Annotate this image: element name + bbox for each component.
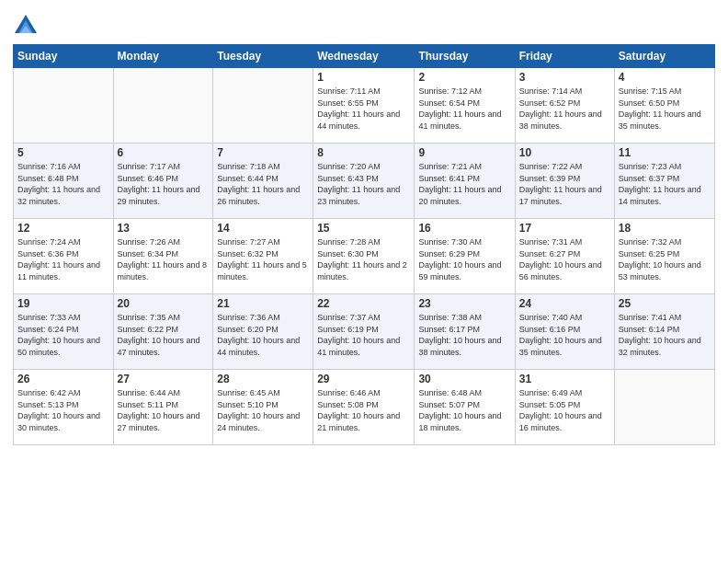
page: SundayMondayTuesdayWednesdayThursdayFrid…: [0, 0, 728, 563]
calendar-cell: 16Sunrise: 7:30 AM Sunset: 6:29 PM Dayli…: [415, 219, 515, 294]
day-info: Sunrise: 7:16 AM Sunset: 6:48 PM Dayligh…: [17, 161, 109, 207]
day-number: 3: [519, 71, 610, 84]
day-number: 8: [317, 146, 410, 159]
weekday-header-wednesday: Wednesday: [313, 45, 415, 68]
calendar-cell: 1Sunrise: 7:11 AM Sunset: 6:55 PM Daylig…: [313, 68, 415, 144]
day-info: Sunrise: 7:33 AM Sunset: 6:24 PM Dayligh…: [17, 312, 109, 358]
calendar-week-row: 19Sunrise: 7:33 AM Sunset: 6:24 PM Dayli…: [14, 294, 715, 370]
weekday-header-sunday: Sunday: [14, 45, 114, 68]
calendar-cell: 3Sunrise: 7:14 AM Sunset: 6:52 PM Daylig…: [515, 68, 614, 144]
calendar-cell: 28Sunrise: 6:45 AM Sunset: 5:10 PM Dayli…: [213, 370, 313, 445]
day-number: 9: [418, 146, 510, 159]
calendar-cell: 10Sunrise: 7:22 AM Sunset: 6:39 PM Dayli…: [515, 144, 614, 219]
calendar: SundayMondayTuesdayWednesdayThursdayFrid…: [13, 44, 715, 445]
calendar-cell: 19Sunrise: 7:33 AM Sunset: 6:24 PM Dayli…: [14, 294, 114, 370]
day-info: Sunrise: 7:40 AM Sunset: 6:16 PM Dayligh…: [519, 312, 610, 358]
calendar-cell: 7Sunrise: 7:18 AM Sunset: 6:44 PM Daylig…: [213, 144, 313, 219]
day-number: 12: [17, 222, 109, 235]
day-info: Sunrise: 7:17 AM Sunset: 6:46 PM Dayligh…: [118, 161, 210, 207]
day-number: 14: [217, 222, 309, 235]
day-info: Sunrise: 7:11 AM Sunset: 6:55 PM Dayligh…: [317, 86, 410, 132]
calendar-cell: [614, 370, 714, 445]
weekday-header-friday: Friday: [515, 45, 614, 68]
calendar-cell: 24Sunrise: 7:40 AM Sunset: 6:16 PM Dayli…: [515, 294, 614, 370]
weekday-header-thursday: Thursday: [415, 45, 515, 68]
calendar-cell: 30Sunrise: 6:48 AM Sunset: 5:07 PM Dayli…: [415, 370, 515, 445]
calendar-cell: 13Sunrise: 7:26 AM Sunset: 6:34 PM Dayli…: [113, 219, 213, 294]
day-info: Sunrise: 6:46 AM Sunset: 5:08 PM Dayligh…: [317, 387, 410, 433]
day-info: Sunrise: 7:23 AM Sunset: 6:37 PM Dayligh…: [619, 161, 711, 207]
logo-icon: [13, 13, 39, 39]
calendar-cell: 21Sunrise: 7:36 AM Sunset: 6:20 PM Dayli…: [213, 294, 313, 370]
day-number: 17: [519, 222, 610, 235]
calendar-cell: 27Sunrise: 6:44 AM Sunset: 5:11 PM Dayli…: [113, 370, 213, 445]
header: [13, 9, 715, 39]
weekday-header-saturday: Saturday: [614, 45, 714, 68]
day-info: Sunrise: 6:44 AM Sunset: 5:11 PM Dayligh…: [118, 387, 210, 433]
day-info: Sunrise: 7:18 AM Sunset: 6:44 PM Dayligh…: [217, 161, 309, 207]
calendar-cell: 11Sunrise: 7:23 AM Sunset: 6:37 PM Dayli…: [614, 144, 714, 219]
calendar-cell: 22Sunrise: 7:37 AM Sunset: 6:19 PM Dayli…: [313, 294, 415, 370]
calendar-cell: 8Sunrise: 7:20 AM Sunset: 6:43 PM Daylig…: [313, 144, 415, 219]
calendar-cell: 23Sunrise: 7:38 AM Sunset: 6:17 PM Dayli…: [415, 294, 515, 370]
day-info: Sunrise: 7:22 AM Sunset: 6:39 PM Dayligh…: [519, 161, 610, 207]
calendar-cell: 25Sunrise: 7:41 AM Sunset: 6:14 PM Dayli…: [614, 294, 714, 370]
day-number: 15: [317, 222, 410, 235]
day-number: 22: [317, 297, 410, 310]
day-info: Sunrise: 7:15 AM Sunset: 6:50 PM Dayligh…: [619, 86, 711, 132]
calendar-cell: 4Sunrise: 7:15 AM Sunset: 6:50 PM Daylig…: [614, 68, 714, 144]
day-number: 30: [418, 373, 510, 385]
day-number: 23: [418, 297, 510, 310]
day-number: 7: [217, 146, 309, 159]
calendar-cell: 17Sunrise: 7:31 AM Sunset: 6:27 PM Dayli…: [515, 219, 614, 294]
day-info: Sunrise: 7:36 AM Sunset: 6:20 PM Dayligh…: [217, 312, 309, 358]
calendar-cell: 29Sunrise: 6:46 AM Sunset: 5:08 PM Dayli…: [313, 370, 415, 445]
calendar-cell: 18Sunrise: 7:32 AM Sunset: 6:25 PM Dayli…: [614, 219, 714, 294]
day-number: 10: [519, 146, 610, 159]
calendar-cell: 6Sunrise: 7:17 AM Sunset: 6:46 PM Daylig…: [113, 144, 213, 219]
day-info: Sunrise: 6:48 AM Sunset: 5:07 PM Dayligh…: [418, 387, 510, 433]
day-number: 20: [118, 297, 210, 310]
day-number: 25: [619, 297, 711, 310]
day-number: 29: [317, 373, 410, 385]
day-number: 19: [17, 297, 109, 310]
logo: [13, 13, 41, 39]
calendar-cell: 12Sunrise: 7:24 AM Sunset: 6:36 PM Dayli…: [14, 219, 114, 294]
calendar-week-row: 5Sunrise: 7:16 AM Sunset: 6:48 PM Daylig…: [14, 144, 715, 219]
day-info: Sunrise: 7:38 AM Sunset: 6:17 PM Dayligh…: [418, 312, 510, 358]
day-info: Sunrise: 7:30 AM Sunset: 6:29 PM Dayligh…: [418, 236, 510, 282]
calendar-week-row: 26Sunrise: 6:42 AM Sunset: 5:13 PM Dayli…: [14, 370, 715, 445]
calendar-cell: 26Sunrise: 6:42 AM Sunset: 5:13 PM Dayli…: [14, 370, 114, 445]
calendar-cell: 5Sunrise: 7:16 AM Sunset: 6:48 PM Daylig…: [14, 144, 114, 219]
day-info: Sunrise: 7:31 AM Sunset: 6:27 PM Dayligh…: [519, 236, 610, 282]
day-info: Sunrise: 7:14 AM Sunset: 6:52 PM Dayligh…: [519, 86, 610, 132]
calendar-cell: [213, 68, 313, 144]
day-number: 6: [118, 146, 210, 159]
calendar-cell: 20Sunrise: 7:35 AM Sunset: 6:22 PM Dayli…: [113, 294, 213, 370]
day-number: 13: [118, 222, 210, 235]
calendar-week-row: 12Sunrise: 7:24 AM Sunset: 6:36 PM Dayli…: [14, 219, 715, 294]
weekday-header-row: SundayMondayTuesdayWednesdayThursdayFrid…: [14, 45, 715, 68]
calendar-week-row: 1Sunrise: 7:11 AM Sunset: 6:55 PM Daylig…: [14, 68, 715, 144]
day-info: Sunrise: 6:45 AM Sunset: 5:10 PM Dayligh…: [217, 387, 309, 433]
day-number: 28: [217, 373, 309, 385]
weekday-header-monday: Monday: [113, 45, 213, 68]
day-info: Sunrise: 7:35 AM Sunset: 6:22 PM Dayligh…: [118, 312, 210, 358]
day-number: 4: [619, 71, 711, 84]
day-number: 18: [619, 222, 711, 235]
day-number: 31: [519, 373, 610, 385]
day-info: Sunrise: 7:12 AM Sunset: 6:54 PM Dayligh…: [418, 86, 510, 132]
day-info: Sunrise: 7:27 AM Sunset: 6:32 PM Dayligh…: [217, 236, 309, 282]
day-number: 24: [519, 297, 610, 310]
day-info: Sunrise: 7:32 AM Sunset: 6:25 PM Dayligh…: [619, 236, 711, 282]
calendar-cell: 9Sunrise: 7:21 AM Sunset: 6:41 PM Daylig…: [415, 144, 515, 219]
day-number: 2: [418, 71, 510, 84]
day-number: 16: [418, 222, 510, 235]
day-info: Sunrise: 7:26 AM Sunset: 6:34 PM Dayligh…: [118, 236, 210, 282]
day-number: 21: [217, 297, 309, 310]
day-info: Sunrise: 7:28 AM Sunset: 6:30 PM Dayligh…: [317, 236, 410, 282]
calendar-cell: [14, 68, 114, 144]
calendar-cell: [113, 68, 213, 144]
day-info: Sunrise: 6:49 AM Sunset: 5:05 PM Dayligh…: [519, 387, 610, 433]
day-number: 11: [619, 146, 711, 159]
